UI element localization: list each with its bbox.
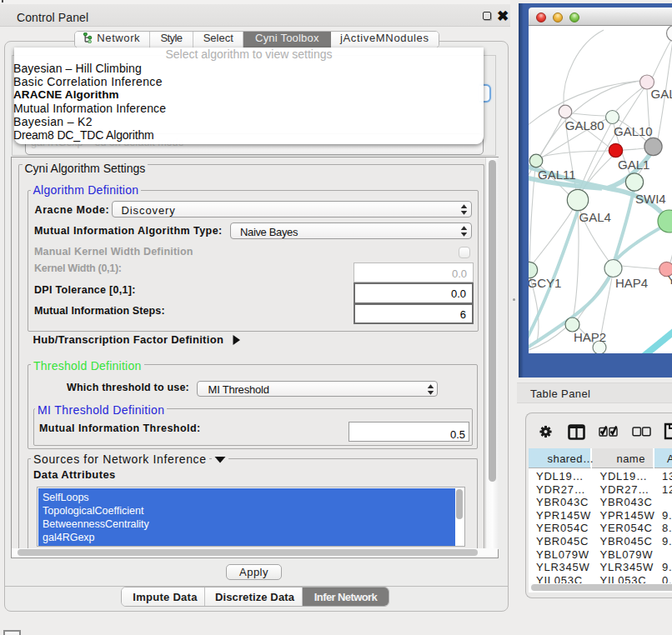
svg-text:GCY1: GCY1 (529, 276, 561, 290)
svg-text:HAP4: HAP4 (615, 276, 648, 290)
svg-text:Y: Y (668, 272, 672, 287)
svg-text:SWI4: SWI4 (635, 192, 666, 206)
svg-text:GAL4: GAL4 (579, 210, 611, 224)
svg-text:GAL1: GAL1 (618, 158, 649, 172)
svg-text:GAL10: GAL10 (614, 124, 653, 138)
svg-text:HAP2: HAP2 (574, 330, 606, 344)
svg-text:GAL2: GAL2 (651, 87, 672, 101)
svg-text:GAL80: GAL80 (565, 118, 604, 132)
svg-text:GAL11: GAL11 (538, 168, 576, 182)
